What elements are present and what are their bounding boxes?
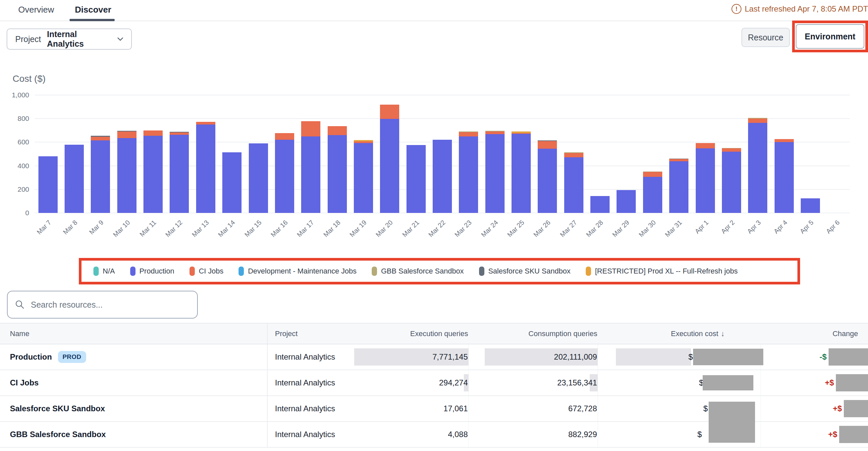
x-axis-tick-label: Mar 16: [264, 219, 289, 244]
legend-swatch: [189, 266, 195, 276]
resource-name[interactable]: GBB Salesforce Sandbox: [10, 430, 106, 439]
bar-mar-23[interactable]: [459, 131, 478, 213]
bar-mar-11[interactable]: [144, 130, 163, 213]
bar-segment: [275, 133, 294, 140]
bar-mar-19[interactable]: [354, 140, 373, 213]
bar-segment: [328, 126, 347, 135]
bar-mar-21[interactable]: [406, 145, 426, 213]
bar-mar-24[interactable]: [485, 131, 504, 213]
x-axis-tick-label: Mar 29: [606, 219, 631, 244]
legend-item-development-maintenance-jobs[interactable]: Development - Maintenance Jobs: [239, 266, 356, 276]
bar-segment: [91, 140, 110, 213]
execution-cost-cell: $: [598, 396, 761, 421]
consumption-queries-value: 202,111,009: [554, 352, 597, 362]
resource-name[interactable]: CI Jobs: [10, 378, 39, 387]
bar-mar-28[interactable]: [590, 196, 610, 213]
bar-mar-9[interactable]: [91, 136, 110, 213]
group-by-environment-button[interactable]: Environment: [796, 24, 864, 49]
legend-label: [RESTRICTED] Prod XL -- Full-Refresh job…: [595, 267, 738, 276]
column-header-execution-cost[interactable]: Execution cost ↓: [598, 324, 761, 344]
legend-label: N/A: [103, 267, 115, 276]
legend-item--restricted-prod-xl-full-refresh-jobs[interactable]: [RESTRICTED] Prod XL -- Full-Refresh job…: [586, 266, 738, 276]
bar-segment: [748, 119, 767, 123]
bar-mar-10[interactable]: [117, 131, 136, 213]
y-axis-tick-label: 0: [0, 209, 29, 217]
legend-item-n-a[interactable]: N/A: [93, 266, 115, 276]
bar-mar-17[interactable]: [301, 121, 320, 213]
execution-cost-redaction: [703, 375, 753, 390]
bar-segment: [65, 145, 84, 213]
consumption-queries-value: 23,156,341: [557, 378, 597, 387]
column-header-name[interactable]: Name: [0, 324, 268, 344]
x-axis-tick-label: Mar 14: [212, 219, 237, 244]
bar-mar-16[interactable]: [275, 133, 294, 213]
execution-queries-value: 7,771,145: [432, 352, 468, 362]
x-axis-tick-label: Mar 24: [474, 219, 500, 244]
table-row[interactable]: ProductionPRODInternal Analytics7,771,14…: [0, 344, 868, 370]
y-axis-tick-label: 400: [0, 162, 29, 170]
legend-item-ci-jobs[interactable]: CI Jobs: [189, 266, 224, 276]
legend-item-gbb-salesforce-sandbox[interactable]: GBB Salesforce Sandbox: [372, 266, 464, 276]
execution-cost-cell: $: [598, 370, 761, 395]
x-axis-tick-label: Mar 19: [343, 219, 368, 244]
x-axis-tick-label: Mar 15: [238, 219, 263, 244]
bar-segment: [512, 134, 531, 213]
resource-name[interactable]: Production: [10, 352, 52, 362]
bar-segment: [169, 132, 189, 135]
x-axis-tick-label: Mar 18: [317, 219, 342, 244]
last-refreshed-status: ! Last refreshed Apr 7, 8:05 AM PDT: [732, 4, 868, 14]
bar-mar-13[interactable]: [196, 122, 215, 213]
table-row[interactable]: Salesforce SKU SandboxInternal Analytics…: [0, 396, 868, 422]
y-axis-tick-label: 1,000: [0, 91, 29, 99]
bar-mar-8[interactable]: [65, 145, 84, 213]
bar-segment: [485, 134, 504, 213]
bar-mar-31[interactable]: [669, 159, 688, 213]
bar-segment: [169, 135, 189, 213]
column-header-execution-queries[interactable]: Execution queries: [361, 324, 469, 344]
bar-apr-4[interactable]: [775, 139, 794, 213]
cost-heat-bar: [616, 348, 691, 365]
bar-mar-30[interactable]: [643, 171, 662, 213]
legend-swatch: [93, 266, 99, 276]
legend-item-production[interactable]: Production: [130, 266, 174, 276]
bar-mar-22[interactable]: [433, 140, 452, 213]
legend-item-salesforce-sku-sandbox[interactable]: Salesforce SKU Sandbox: [479, 266, 570, 276]
resource-name-cell: CI Jobs: [0, 370, 268, 395]
project-cell: Internal Analytics: [268, 422, 361, 447]
bar-mar-12[interactable]: [169, 132, 189, 213]
table-row[interactable]: CI JobsInternal Analytics294,27423,156,3…: [0, 370, 868, 396]
bar-mar-29[interactable]: [617, 190, 636, 213]
bar-apr-3[interactable]: [748, 118, 767, 213]
bar-mar-26[interactable]: [538, 140, 557, 213]
tab-overview[interactable]: Overview: [18, 5, 54, 15]
bar-mar-27[interactable]: [564, 152, 583, 213]
bar-mar-7[interactable]: [38, 156, 58, 213]
search-input[interactable]: [30, 300, 190, 310]
project-filter-dropdown[interactable]: Project Internal Analytics: [7, 29, 132, 50]
bar-mar-18[interactable]: [328, 126, 347, 213]
execution-queries: 4,088: [361, 422, 469, 447]
bar-segment: [38, 156, 58, 213]
change-cell: +$: [761, 422, 868, 447]
bar-segment: [722, 152, 741, 213]
bar-mar-20[interactable]: [380, 105, 399, 213]
bar-segment: [801, 198, 820, 213]
column-header-change[interactable]: Change: [761, 324, 868, 344]
group-by-resource-button[interactable]: Resource: [741, 28, 790, 47]
legend-swatch: [372, 266, 377, 276]
bar-apr-1[interactable]: [696, 143, 715, 213]
bar-mar-25[interactable]: [512, 131, 531, 213]
bar-segment: [538, 149, 557, 213]
bar-apr-2[interactable]: [722, 148, 741, 213]
change-redaction: [836, 374, 868, 391]
bar-mar-15[interactable]: [249, 143, 268, 213]
bar-mar-14[interactable]: [222, 152, 242, 213]
column-header-project[interactable]: Project: [268, 324, 361, 344]
resource-name[interactable]: Salesforce SKU Sandbox: [10, 404, 105, 413]
bar-apr-5[interactable]: [801, 198, 820, 213]
column-header-consumption-queries[interactable]: Consumption queries: [469, 324, 598, 344]
top-tab-bar: Overview Discover ! Last refreshed Apr 7…: [0, 0, 868, 21]
environment-annotation-box: Environment: [792, 21, 868, 52]
tab-discover[interactable]: Discover: [75, 5, 111, 15]
execution-cost-redaction: [693, 349, 763, 365]
